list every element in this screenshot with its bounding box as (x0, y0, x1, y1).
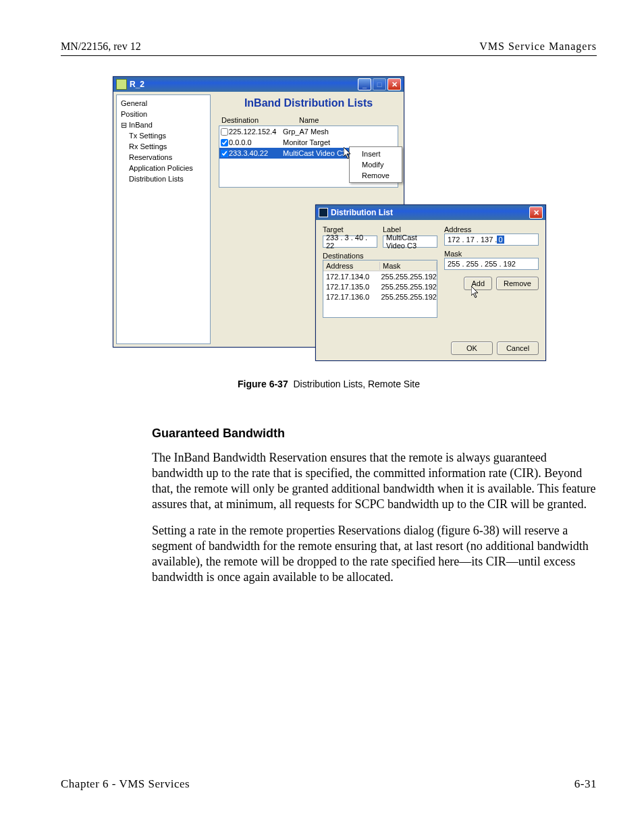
cell-destination: 0.0.0.0 (229, 138, 283, 146)
cell-name: Monitor Target (283, 138, 398, 146)
address-selection: 0 (497, 236, 504, 244)
dest-row[interactable]: 172.17.134.0 255.255.255.192 (323, 271, 437, 281)
dialog-distribution-list: Distribution List ✕ Target 233 . 3 . 40 … (315, 204, 546, 361)
grid-row[interactable]: 225.122.152.4 Grp_A7 Mesh (219, 126, 398, 137)
cell-mask: 255.255.255.192 (378, 273, 437, 281)
col-destination: Destination (221, 116, 259, 124)
tree-rx[interactable]: Rx Settings (121, 141, 206, 152)
col-mask: Mask (380, 262, 437, 270)
cell-mask: 255.255.255.192 (378, 283, 437, 291)
dialog-titlebar[interactable]: Distribution List ✕ (316, 205, 545, 220)
nav-tree[interactable]: General Position ⊟ InBand Tx Settings Rx… (116, 94, 211, 344)
dest-row[interactable]: 172.17.136.0 255.255.255.192 (323, 292, 437, 302)
address-input[interactable]: 172 . 17 . 137 . 0 (444, 233, 539, 246)
cell-name: Grp_A7 Mesh (283, 128, 398, 136)
panel-title: InBand Distribution Lists (219, 97, 398, 109)
header-rule (61, 55, 597, 56)
mask-label: Mask (444, 250, 539, 258)
dialog-title: Distribution List (331, 208, 393, 217)
row-checkbox[interactable] (221, 150, 228, 157)
window-title: R_2 (130, 80, 144, 89)
dest-row[interactable]: 172.17.135.0 255.255.255.192 (323, 281, 437, 292)
titlebar-r2[interactable]: R_2 _ □ ✕ (113, 77, 404, 92)
address-prefix: 172 . 17 . 137 . (448, 236, 497, 244)
ctx-modify[interactable]: Modify (350, 159, 402, 170)
figure-6-37: R_2 _ □ ✕ General Position ⊟ InBand Tx S… (61, 76, 597, 373)
row-checkbox[interactable] (221, 128, 228, 136)
destinations-heading: Destinations (323, 252, 437, 260)
tree-general[interactable]: General (121, 98, 206, 109)
tree-inband[interactable]: ⊟ InBand (121, 119, 206, 130)
figure-number: Figure 6-37 (238, 379, 288, 389)
ctx-remove[interactable]: Remove (350, 170, 402, 181)
add-button[interactable]: Add (464, 277, 492, 290)
tree-tx[interactable]: Tx Settings (121, 130, 206, 141)
minimize-button[interactable]: _ (358, 78, 371, 90)
header-left: MN/22156, rev 12 (61, 40, 141, 53)
close-button[interactable]: ✕ (387, 78, 401, 90)
cell-address: 172.17.136.0 (323, 293, 378, 301)
remove-button[interactable]: Remove (496, 277, 539, 290)
label-label: Label (383, 225, 437, 233)
address-label: Address (444, 225, 539, 233)
dialog-close-button[interactable]: ✕ (529, 206, 543, 219)
cell-address: 172.17.135.0 (323, 283, 378, 291)
tree-dist-lists[interactable]: Distribution Lists (121, 173, 206, 184)
cell-mask: 255.255.255.192 (378, 293, 437, 301)
footer-right: 6-31 (574, 777, 597, 791)
col-name: Name (299, 116, 319, 124)
tree-app-policies[interactable]: Application Policies (121, 163, 206, 173)
header-right: VMS Service Managers (479, 40, 597, 53)
page-header: MN/22156, rev 12 VMS Service Managers (61, 40, 597, 53)
paragraph-2: Setting a rate in the remote properties … (152, 523, 597, 585)
subsection-heading: Guaranteed Bandwidth (152, 426, 597, 441)
screenshot-composite: R_2 _ □ ✕ General Position ⊟ InBand Tx S… (113, 76, 545, 373)
destinations-list[interactable]: Address Mask 172.17.134.0 255.255.255.19… (323, 260, 437, 318)
maximize-button[interactable]: □ (373, 78, 386, 90)
target-label: Target (323, 225, 377, 233)
figure-title: Distribution Lists, Remote Site (293, 379, 420, 389)
mask-input[interactable]: 255 . 255 . 255 . 192 (444, 258, 539, 270)
context-menu[interactable]: Insert Modify Remove (349, 146, 402, 183)
tree-position[interactable]: Position (121, 109, 206, 119)
cell-destination: 225.122.152.4 (229, 128, 283, 136)
label-input[interactable]: MultiCast Video C3 (383, 236, 437, 248)
target-input[interactable]: 233 . 3 . 40 . 22 (323, 236, 377, 248)
cell-address: 172.17.134.0 (323, 273, 378, 281)
footer-left: Chapter 6 - VMS Services (61, 777, 190, 791)
page-footer: Chapter 6 - VMS Services 6-31 (61, 777, 597, 791)
col-address: Address (323, 262, 380, 270)
paragraph-1: The InBand Bandwidth Reservation ensures… (152, 450, 597, 512)
dialog-icon (319, 208, 328, 217)
tree-reservations[interactable]: Reservations (121, 152, 206, 163)
app-icon (116, 79, 127, 90)
row-checkbox[interactable] (221, 139, 228, 146)
cancel-button[interactable]: Cancel (497, 341, 539, 355)
cell-destination: 233.3.40.22 (229, 149, 283, 157)
ctx-insert[interactable]: Insert (350, 148, 402, 159)
ok-button[interactable]: OK (451, 341, 493, 355)
figure-caption: Figure 6-37 Distribution Lists, Remote S… (61, 379, 597, 389)
